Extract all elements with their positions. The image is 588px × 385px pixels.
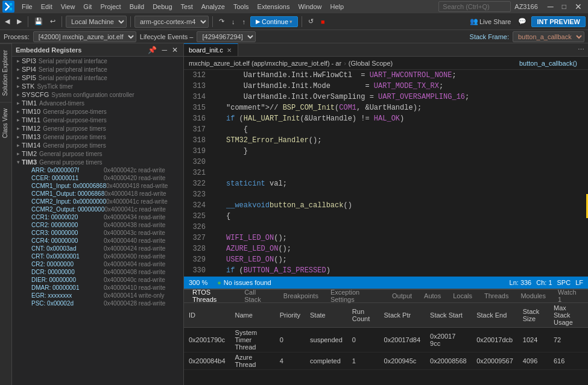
tree-arrow-stk: [14, 83, 22, 89]
bottom-tab-watch-1[interactable]: Watch 1: [552, 287, 586, 305]
process-dropdown[interactable]: [42000] mxchip_azure_iot.elf: [33, 31, 136, 42]
list-item[interactable]: CCR3: 00000000 0x4000043c read-write: [12, 229, 183, 237]
class-view-vtab[interactable]: Class View: [0, 102, 11, 144]
list-item[interactable]: TIM13 General purpose timers: [12, 133, 183, 141]
code-gutter: ➤: [210, 70, 221, 277]
menu-project[interactable]: Project: [96, 2, 124, 11]
pin-button[interactable]: 📌: [146, 46, 159, 54]
table-row[interactable]: 0x2001790cSystem Timer Thread0suspended0…: [184, 328, 588, 352]
feedback-button[interactable]: 💬: [516, 16, 529, 27]
bottom-tab-output[interactable]: Output: [386, 291, 418, 302]
menubar: File Edit View Git Project Build Debug T…: [0, 0, 588, 13]
list-item[interactable]: CCER: 00000011 0x40000420 read-write: [12, 174, 183, 182]
list-item[interactable]: DCR: 00000000 0x40000408 read-write: [12, 268, 183, 276]
list-item[interactable]: DMAR: 00000001 0x40000410 read-write: [12, 284, 183, 292]
menu-tools[interactable]: Tools: [230, 2, 253, 11]
list-item[interactable]: CRT: 0x00000001 0x40000400 read-write: [12, 252, 183, 260]
minimize-button[interactable]: ─: [544, 2, 557, 11]
target-arch-dropdown[interactable]: arm-gcc-cortex-m4: [134, 16, 209, 28]
lifecycle-dropdown[interactable]: [4294967294]: [197, 31, 256, 42]
list-item[interactable]: CCMR1_Input: 0x00006868 0x40000418 read-…: [12, 182, 183, 190]
machine-dropdown[interactable]: Local Machine: [66, 16, 127, 28]
menu-edit[interactable]: Edit: [37, 2, 56, 11]
bottom-tab-call-stack[interactable]: Call Stack: [238, 287, 277, 305]
step-into-button[interactable]: ↓: [229, 17, 238, 27]
menu-help[interactable]: Help: [327, 2, 348, 11]
list-item[interactable]: ARR: 0x0000007f 0x4000042c read-write: [12, 166, 183, 174]
list-item[interactable]: CCMR1_Output: 00006868 0x40000418 read-w…: [12, 190, 183, 198]
list-item[interactable]: TIM2 General purpose timers: [12, 149, 183, 158]
bottom-tab-autos[interactable]: Autos: [418, 291, 447, 302]
code-content[interactable]: UartHandle.Init.HwFlowCtl = UART_HWCONTR…: [221, 70, 582, 277]
table-cell: completed: [305, 352, 347, 370]
list-item[interactable]: CCMR2_Output: 00000000 0x4000041c read-w…: [12, 205, 183, 213]
menu-test[interactable]: Test: [177, 2, 197, 11]
search-input[interactable]: [438, 1, 511, 12]
menu-analyze[interactable]: Analyze: [198, 2, 229, 11]
solution-explorer-vtab[interactable]: Solution Explorer: [0, 43, 11, 102]
stack-frame-label: Stack Frame:: [470, 33, 509, 40]
list-item[interactable]: TIM11 General-purpose-timers: [12, 116, 183, 124]
process-label: Process:: [4, 33, 30, 40]
restart-button[interactable]: ↺: [306, 16, 316, 27]
list-item[interactable]: SPI5 Serial peripheral interface: [12, 74, 183, 82]
code-editor: 3123133143153163173183193203213223233243…: [184, 70, 588, 277]
int-preview-button[interactable]: INT PREVIEW: [531, 16, 586, 27]
menu-view[interactable]: View: [57, 2, 79, 11]
menu-window[interactable]: Window: [294, 2, 325, 11]
table-row[interactable]: 0x200084b4Azure Thread4completed10x20094…: [184, 352, 588, 370]
menu-git[interactable]: Git: [80, 2, 95, 11]
list-item[interactable]: CCR1: 00000020 0x40000434 read-write: [12, 213, 183, 221]
list-item[interactable]: CCMR2_Input: 0x00000000 0x4000041c read-…: [12, 198, 183, 205]
bottom-tab-modules[interactable]: Modules: [514, 291, 552, 302]
minimize-panel-button[interactable]: ─: [160, 46, 169, 54]
list-item[interactable]: TIM14 General purpose timers: [12, 141, 183, 149]
stop-button[interactable]: ■: [318, 17, 327, 27]
back-button[interactable]: ◀: [2, 16, 12, 27]
step-out-button[interactable]: ↑: [240, 17, 248, 27]
list-item[interactable]: CCR2: 00000000 0x40000438 read-write: [12, 221, 183, 229]
list-item[interactable]: SPI3 Serial peripheral interface: [12, 57, 183, 65]
list-item[interactable]: TIM1 Advanced-timers: [12, 99, 183, 107]
list-item[interactable]: TIM12 General purpose timers: [12, 124, 183, 133]
stack-frame-dropdown[interactable]: button_a_callback: [513, 31, 584, 42]
editor-tab-bar: board_init.c ✕ ⋯: [184, 43, 588, 57]
code-line: "comment">// BSP_COM_Init(COM1, &UartHan…: [221, 102, 582, 113]
close-button[interactable]: ✕: [571, 2, 586, 11]
tab-board-init[interactable]: board_init.c ✕: [184, 43, 238, 57]
live-share-button[interactable]: 👥 Live Share: [467, 16, 514, 27]
list-item[interactable]: SYSCFG System configuration controller: [12, 90, 183, 99]
code-line: UartHandle.Init.HwFlowCtl = UART_HWCONTR…: [221, 70, 582, 81]
list-item[interactable]: STK SysTick timer: [12, 82, 183, 90]
menu-debug[interactable]: Debug: [149, 2, 175, 11]
bottom-tab-rtos-threads[interactable]: RTOS Threads: [186, 287, 238, 305]
bottom-tab-locals[interactable]: Locals: [447, 291, 478, 302]
bottom-tab-threads[interactable]: Threads: [478, 291, 514, 302]
bottom-tab-breakpoints[interactable]: Breakpoints: [277, 291, 324, 302]
code-line: [221, 189, 582, 200]
menu-file[interactable]: File: [18, 2, 36, 11]
list-item[interactable]: TIM10 General-purpose-timers: [12, 107, 183, 116]
forward-button[interactable]: ▶: [14, 16, 24, 27]
rtos-table-container[interactable]: IDNamePriorityStateRun CountStack PtrSta…: [184, 303, 588, 385]
scroll-tabs-button[interactable]: ⋯: [574, 46, 588, 54]
tab-close-button[interactable]: ✕: [226, 47, 233, 54]
list-item[interactable]: DIER: 00000000 0x4000040c read-write: [12, 276, 183, 284]
step-over-button[interactable]: ↷: [217, 16, 227, 27]
bottom-tab-exception-settings[interactable]: Exception Settings: [324, 287, 386, 305]
maximize-button[interactable]: □: [558, 2, 570, 11]
menu-extensions[interactable]: Extensions: [254, 2, 294, 11]
menu-build[interactable]: Build: [126, 2, 148, 11]
list-item[interactable]: PSC: 0x00002d 0x40000428 read-write: [12, 299, 183, 307]
close-panel-button[interactable]: ✕: [170, 46, 180, 54]
continue-button[interactable]: ▶ Continue ▾: [250, 16, 298, 27]
list-item[interactable]: SPI4 Serial peripheral interface: [12, 65, 183, 74]
embedded-registers-scroll[interactable]: SPI3 Serial peripheral interface SPI4 Se…: [12, 57, 183, 385]
list-item[interactable]: TIM3 General purpose timers: [12, 158, 183, 166]
list-item[interactable]: CCR4: 00000000 0x40000440 read-write: [12, 237, 183, 245]
list-item[interactable]: CNT: 0x00003ad 0x40000424 read-write: [12, 245, 183, 252]
list-item[interactable]: EGR: xxxxxxxx 0x40000414 write-only: [12, 292, 183, 299]
list-item[interactable]: CR2: 00000000 0x40000404 read-write: [12, 260, 183, 268]
save-button[interactable]: 💾: [32, 16, 45, 27]
undo-button[interactable]: ↩: [48, 16, 58, 27]
